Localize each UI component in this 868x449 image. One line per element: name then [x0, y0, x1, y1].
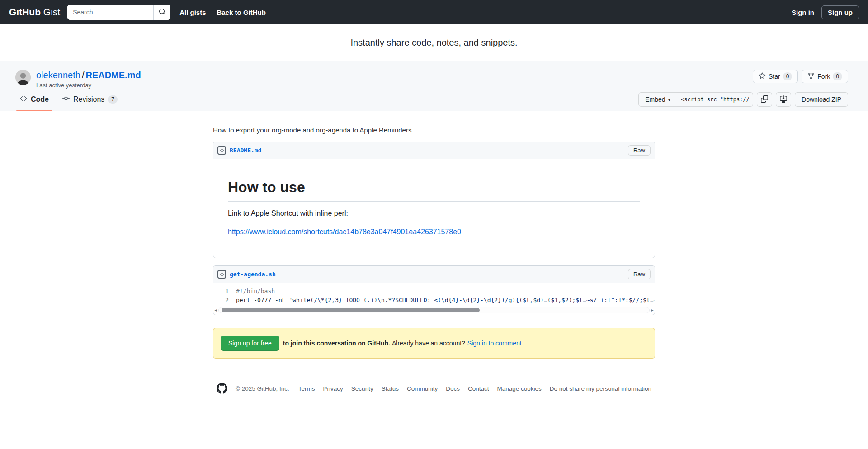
tab-code[interactable]: Code	[15, 90, 53, 111]
code-text: #!/bin/bash	[236, 287, 655, 296]
code-line: 1 #!/bin/bash	[213, 287, 655, 296]
fork-count: 0	[833, 72, 842, 80]
code-viewer: 1 #!/bin/bash 2 perl -0777 -nE 'while(/\…	[213, 283, 655, 314]
file-box-readme: README.md Raw How to use Link to Apple S…	[213, 142, 655, 258]
logo-gist-text: Gist	[43, 7, 60, 17]
embed-label: Embed	[645, 96, 665, 103]
file-code-icon	[217, 270, 226, 279]
file-box-script: get-agenda.sh Raw 1 #!/bin/bash 2 perl -…	[213, 265, 655, 315]
search-input[interactable]	[67, 5, 153, 20]
signup-banner: Sign up for free to join this conversati…	[213, 328, 655, 359]
copyright-text: © 2025 GitHub, Inc.	[236, 385, 289, 392]
gist-title: olekenneth/README.md	[36, 70, 141, 80]
github-gist-logo[interactable]: GitHub Gist	[9, 7, 60, 18]
code-icon	[20, 95, 27, 104]
scrollbar-track[interactable]	[218, 307, 650, 313]
tab-revisions-label: Revisions	[73, 95, 104, 104]
sign-in-to-comment-link[interactable]: Sign in to comment	[467, 340, 522, 347]
sign-up-for-free-button[interactable]: Sign up for free	[221, 336, 279, 351]
download-zip-button[interactable]: Download ZIP	[795, 92, 848, 107]
footer-link-privacy[interactable]: Privacy	[323, 385, 343, 392]
footer-link-manage-cookies[interactable]: Manage cookies	[497, 385, 541, 392]
nav-link-all-gists[interactable]: All gists	[179, 9, 206, 16]
scroll-left-arrow[interactable]: ◂	[214, 308, 217, 312]
revisions-count: 7	[108, 95, 118, 104]
scrollbar-thumb[interactable]	[222, 308, 480, 312]
script-raw-button[interactable]: Raw	[628, 269, 651, 279]
scroll-right-arrow[interactable]: ▸	[651, 308, 654, 312]
sign-up-button[interactable]: Sign up	[821, 5, 859, 19]
footer: © 2025 GitHub, Inc. Terms Privacy Securi…	[213, 383, 655, 394]
embed-dropdown-button[interactable]: Embed ▾	[638, 92, 677, 107]
avatar[interactable]	[15, 70, 31, 85]
last-active-text: Last active yesterday	[36, 82, 141, 89]
tab-code-label: Code	[31, 95, 49, 104]
fork-button[interactable]: Fork 0	[802, 70, 848, 83]
gist-toolbar: Embed ▾ Download ZIP	[638, 92, 848, 107]
embed-code-input[interactable]	[677, 92, 753, 107]
readme-filename-link[interactable]: README.md	[230, 147, 261, 154]
markdown-heading: How to use	[228, 179, 640, 202]
desktop-download-icon	[780, 95, 787, 104]
line-number[interactable]: 1	[213, 287, 236, 296]
nav-links: All gists Back to GitHub	[179, 9, 266, 16]
gist-tabs: Code Revisions 7	[15, 90, 122, 111]
file-code-icon	[217, 146, 226, 155]
owner-link[interactable]: olekenneth	[36, 70, 80, 80]
footer-link-terms[interactable]: Terms	[298, 385, 315, 392]
footer-link-contact[interactable]: Contact	[468, 385, 489, 392]
sign-in-link[interactable]: Sign in	[792, 9, 814, 16]
readme-markdown-body: How to use Link to Apple Shortcut with i…	[213, 159, 655, 258]
star-button[interactable]: Star 0	[753, 70, 798, 83]
script-filename-link[interactable]: get-agenda.sh	[230, 271, 276, 278]
tab-revisions[interactable]: Revisions 7	[58, 90, 122, 111]
star-icon	[759, 72, 766, 81]
star-label: Star	[769, 73, 780, 80]
footer-link-community[interactable]: Community	[407, 385, 438, 392]
copy-embed-button[interactable]	[757, 92, 772, 107]
readme-raw-button[interactable]: Raw	[628, 145, 651, 156]
gist-description: How to export your org-mode and org-agen…	[213, 126, 655, 134]
banner-bold-text: to join this conversation on GitHub.	[283, 340, 390, 347]
code-text: perl -0777 -nE 'while(/\*{2,3} TODO (.+)…	[236, 296, 655, 305]
fork-icon	[807, 72, 815, 81]
tagline: Instantly share code, notes, and snippet…	[0, 24, 868, 61]
footer-link-security[interactable]: Security	[351, 385, 373, 392]
commit-icon	[62, 95, 70, 104]
line-number[interactable]: 2	[213, 296, 236, 305]
footer-link-status[interactable]: Status	[382, 385, 399, 392]
search-box	[67, 5, 170, 20]
main-content: How to export your org-mode and org-agen…	[213, 111, 655, 394]
markdown-paragraph: Link to Apple Shortcut with inline perl:	[228, 209, 640, 217]
banner-regular-text: Already have an account?	[392, 340, 465, 347]
footer-link-docs[interactable]: Docs	[446, 385, 460, 392]
title-separator: /	[80, 70, 86, 80]
copy-icon	[761, 95, 768, 104]
search-icon	[159, 8, 166, 17]
gist-header: olekenneth/README.md Last active yesterd…	[0, 61, 868, 111]
footer-link-do-not-share[interactable]: Do not share my personal information	[550, 385, 651, 392]
logo-github-text: GitHub	[9, 7, 41, 17]
code-line: 2 perl -0777 -nE 'while(/\*{2,3} TODO (.…	[213, 296, 655, 305]
gist-file-link[interactable]: README.md	[85, 70, 141, 80]
shortcut-link[interactable]: https://www.icloud.com/shortcuts/dac14b7…	[228, 228, 461, 236]
horizontal-scrollbar: ◂ ▸	[214, 306, 654, 314]
chevron-down-icon: ▾	[668, 97, 671, 103]
nav-link-back-to-github[interactable]: Back to GitHub	[217, 9, 266, 16]
top-nav: GitHub Gist All gists Back to GitHub Sig…	[0, 0, 868, 24]
github-mark-icon[interactable]	[217, 383, 227, 394]
star-count: 0	[783, 72, 793, 80]
fork-label: Fork	[817, 73, 830, 80]
search-submit-button[interactable]	[153, 5, 170, 20]
code-string-token: 'while(/\*{2,3} TODO (.+)\n.*?SCHEDULED:…	[289, 297, 655, 303]
desktop-download-button[interactable]	[776, 92, 791, 107]
code-plain-token: perl -0777 -nE	[236, 297, 289, 303]
